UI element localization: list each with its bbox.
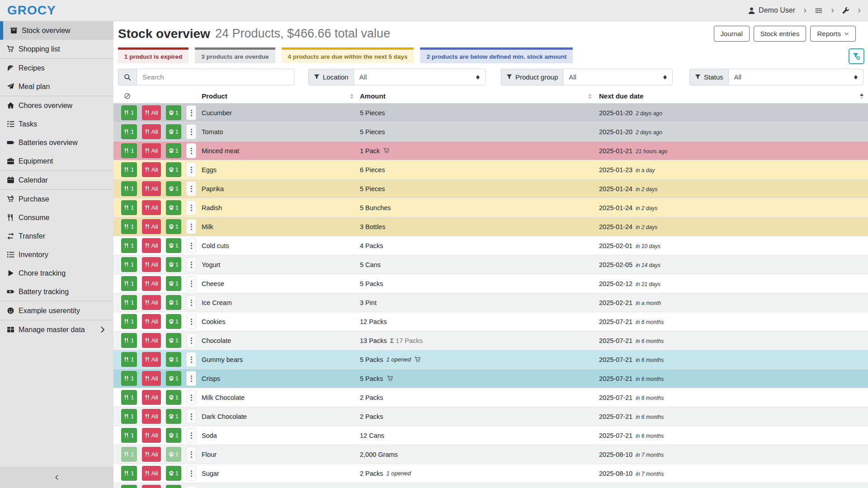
consume-one-button[interactable]: 1 [121,485,137,488]
sidebar-item-consume[interactable]: Consume [0,208,113,227]
sidebar-item-batteries-overview[interactable]: Batteries overview [0,133,113,152]
sidebar-item-recipes[interactable]: Recipes [0,59,113,77]
row-menu-button[interactable] [186,295,196,310]
open-one-button[interactable]: 1 [166,162,182,177]
open-one-button[interactable]: 1 [166,447,182,462]
consume-all-button[interactable]: All [142,352,161,367]
open-one-button[interactable]: 1 [166,181,182,196]
consume-all-button[interactable]: All [142,485,161,488]
consume-one-button[interactable]: 1 [121,105,137,120]
row-menu-button[interactable] [186,409,196,424]
row-menu-button[interactable] [186,238,196,253]
location-select[interactable]: All [354,69,486,85]
sidebar-item-chores-overview[interactable]: Chores overview [0,96,113,115]
status-select[interactable]: All [728,69,863,85]
row-menu-button[interactable] [186,257,196,272]
search-input[interactable] [137,69,294,85]
consume-all-button[interactable]: All [142,200,161,215]
open-one-button[interactable]: 1 [166,333,182,348]
consume-one-button[interactable]: 1 [121,447,137,462]
consume-one-button[interactable]: 1 [121,276,137,291]
row-menu-button[interactable] [186,428,196,443]
row-menu-button[interactable] [186,466,196,481]
sidebar-item-example-userentity[interactable]: Example userentity [0,301,113,320]
row-menu-button[interactable] [186,162,196,177]
consume-one-button[interactable]: 1 [121,124,137,139]
open-one-button[interactable]: 1 [166,257,182,272]
consume-one-button[interactable]: 1 [121,257,137,272]
consume-all-button[interactable]: All [142,447,161,462]
row-menu-button[interactable] [186,200,196,215]
consume-all-button[interactable]: All [142,295,161,310]
open-one-button[interactable]: 1 [166,295,182,310]
sidebar-item-chore-tracking[interactable]: Chore tracking [0,264,113,282]
sidebar-item-equipment[interactable]: Equipment [0,152,113,170]
consume-all-button[interactable]: All [142,162,161,177]
consume-one-button[interactable]: 1 [121,390,137,405]
row-menu-button[interactable] [186,219,196,234]
sidebar-item-manage-master-data[interactable]: Manage master data [0,320,113,339]
amount-column-header[interactable]: Amount [360,89,599,103]
row-menu-button[interactable] [186,447,196,462]
row-menu-button[interactable] [186,352,196,367]
sidebar-collapse-button[interactable] [0,467,113,488]
due-date-column-header[interactable]: Next due date [599,89,868,103]
consume-all-button[interactable]: All [142,333,161,348]
sidebar-item-battery-tracking[interactable]: Battery tracking [0,282,113,301]
open-one-button[interactable]: 1 [166,466,182,481]
open-one-button[interactable]: 1 [166,200,182,215]
status-badge-due-soon[interactable]: 4 products are due within the next 5 day… [282,47,414,63]
consume-all-button[interactable]: All [142,143,161,158]
row-menu-button[interactable] [186,371,196,386]
open-one-button[interactable]: 1 [166,371,182,386]
toggle-hidden-products-header[interactable] [118,89,202,103]
sidebar-item-transfer[interactable]: Transfer [0,227,113,245]
open-one-button[interactable]: 1 [166,219,182,234]
row-menu-button[interactable] [186,390,196,405]
stock-entries-button[interactable]: Stock entries [754,26,807,42]
consume-all-button[interactable]: All [142,257,161,272]
row-menu-button[interactable] [186,124,196,139]
clear-filters-button[interactable] [849,48,864,64]
sidebar-item-shopping-list[interactable]: Shopping list [0,40,113,58]
consume-one-button[interactable]: 1 [121,371,137,386]
consume-all-button[interactable]: All [142,219,161,234]
consume-one-button[interactable]: 1 [121,314,137,329]
consume-all-button[interactable]: All [142,371,161,386]
consume-one-button[interactable]: 1 [121,143,137,158]
consume-all-button[interactable]: All [142,390,161,405]
consume-all-button[interactable]: All [142,238,161,253]
open-one-button[interactable]: 1 [166,314,182,329]
consume-one-button[interactable]: 1 [121,219,137,234]
row-menu-button[interactable] [186,333,196,348]
sidebar-item-purchase[interactable]: Purchase [0,190,113,208]
consume-all-button[interactable]: All [142,276,161,291]
row-menu-button[interactable] [186,143,196,158]
open-one-button[interactable]: 1 [166,409,182,424]
open-one-button[interactable]: 1 [166,124,182,139]
consume-one-button[interactable]: 1 [121,333,137,348]
consume-all-button[interactable]: All [142,124,161,139]
consume-one-button[interactable]: 1 [121,466,137,481]
admin-menu[interactable] [842,7,849,14]
sidebar-item-meal-plan[interactable]: Meal plan [0,77,113,96]
consume-one-button[interactable]: 1 [121,200,137,215]
open-one-button[interactable]: 1 [166,428,182,443]
consume-all-button[interactable]: All [142,105,161,120]
status-badge-overdue[interactable]: 3 products are overdue [195,47,275,63]
consume-all-button[interactable]: All [142,409,161,424]
open-one-button[interactable]: 1 [166,485,182,488]
consume-all-button[interactable]: All [142,314,161,329]
sidebar-item-inventory[interactable]: Inventory [0,245,113,264]
open-one-button[interactable]: 1 [166,238,182,253]
consume-one-button[interactable]: 1 [121,162,137,177]
consume-all-button[interactable]: All [142,428,161,443]
status-badge-below-min[interactable]: 2 products are below defined min. stock … [420,47,573,63]
settings-menu[interactable] [815,7,823,14]
user-menu[interactable]: Demo User [748,6,795,14]
row-menu-button[interactable] [186,105,196,120]
open-one-button[interactable]: 1 [166,105,182,120]
product-column-header[interactable]: Product [202,89,360,103]
consume-one-button[interactable]: 1 [121,181,137,196]
consume-all-button[interactable]: All [142,181,161,196]
